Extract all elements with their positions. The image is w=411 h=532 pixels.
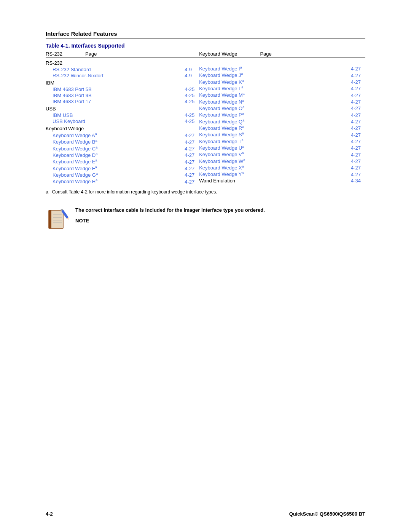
right-col-page-header: Page xyxy=(260,51,271,57)
table-row: Keyboard Wedge Xa 4-27 xyxy=(199,165,365,171)
row-label: IBM 4683 Port 9B xyxy=(53,93,182,98)
table-row: Keyboard Wedge Ua 4-27 xyxy=(199,145,365,151)
row-label: Keyboard Wedge Ca xyxy=(53,145,182,152)
row-label: Keyboard Wedge Ua xyxy=(199,145,348,151)
row-page: 4-25 xyxy=(185,93,199,98)
row-page: 4-27 xyxy=(185,133,199,138)
row-label: Keyboard Wedge Sa xyxy=(199,131,348,137)
table-row: Keyboard Wedge Ja 4-27 xyxy=(199,72,365,78)
table-row: USB Keyboard 4-25 xyxy=(46,118,199,124)
row-page: 4-27 xyxy=(185,172,199,178)
row-label: IBM 4683 Port 5B xyxy=(53,86,182,92)
right-col-header-label: Keyboard Wedge xyxy=(199,51,237,57)
row-label: Keyboard Wedge Ba xyxy=(53,139,182,145)
table-row: Keyboard Wedge Ya 4-27 xyxy=(199,171,365,177)
table-row: Keyboard Wedge Sa 4-27 xyxy=(199,131,365,137)
row-label: Keyboard Wedge Ga xyxy=(53,172,182,178)
group-header-rs232: RS-232 xyxy=(46,60,199,66)
group-header-kw: Keyboard Wedge xyxy=(46,126,199,131)
row-page: 4-27 xyxy=(351,99,365,105)
row-label: Keyboard Wedge Ia xyxy=(199,66,348,72)
row-page: 4-27 xyxy=(185,159,199,165)
table-row: RS-232 Standard 4-9 xyxy=(46,67,199,72)
right-col-header-area: Keyboard Wedge Page xyxy=(199,51,365,57)
footer-product-name: QuickScan® QS6500/QS6500 BT xyxy=(289,511,365,517)
column-headers: RS-232 Page Keyboard Wedge Page xyxy=(46,51,365,58)
row-label: Keyboard Wedge Xa xyxy=(199,165,348,171)
row-page: 4-27 xyxy=(185,146,199,152)
row-label: RS-232 Wincor-Nixdorf xyxy=(53,73,182,78)
row-page: 4-27 xyxy=(185,166,199,171)
left-col-header-area: RS-232 Page xyxy=(46,51,199,57)
table-row: Keyboard Wedge Wa 4-27 xyxy=(199,158,365,164)
row-page: 4-27 xyxy=(351,172,365,177)
footnote-text: a. Consult Table 4-2 for more informatio… xyxy=(46,189,365,195)
row-page: 4-27 xyxy=(351,86,365,91)
row-page: 4-27 xyxy=(351,119,365,125)
footnote-section: a. Consult Table 4-2 for more informatio… xyxy=(46,189,365,195)
table-row: Keyboard Wedge Aa 4-27 xyxy=(46,132,199,138)
row-page: 4-25 xyxy=(185,118,199,124)
table-row: Keyboard Wedge Ka 4-27 xyxy=(199,79,365,85)
footer: 4-2 QuickScan® QS6500/QS6500 BT xyxy=(0,507,411,517)
row-page: 4-27 xyxy=(351,112,365,118)
row-label: Keyboard Wedge Aa xyxy=(53,132,182,138)
left-col-header-label: RS-232 xyxy=(46,51,62,57)
row-label: IBM USB xyxy=(53,112,182,118)
note-box: The correct interface cable is included … xyxy=(46,206,365,231)
row-label: Keyboard Wedge Ma xyxy=(199,92,348,98)
row-page: 4-25 xyxy=(185,112,199,118)
row-label: Keyboard Wedge Qa xyxy=(199,118,348,125)
row-label: USB Keyboard xyxy=(53,118,182,124)
row-page: 4-27 xyxy=(185,179,199,185)
row-page: 4-27 xyxy=(185,152,199,158)
group-header-ibm: IBM xyxy=(46,80,199,86)
row-label: IBM 4683 Port 17 xyxy=(53,99,182,104)
row-label: Keyboard Wedge Ha xyxy=(53,178,182,184)
row-label: Keyboard Wedge Ra xyxy=(199,125,348,131)
note-icon xyxy=(46,206,68,231)
row-label: Keyboard Wedge Ya xyxy=(199,171,348,177)
row-page: 4-27 xyxy=(351,152,365,158)
table-row: IBM 4683 Port 9B 4-25 xyxy=(46,93,199,98)
wand-page: 4-34 xyxy=(351,178,365,184)
row-label: Keyboard Wedge Pa xyxy=(199,112,348,118)
table-row: IBM 4683 Port 5B 4-25 xyxy=(46,86,199,92)
table-row: Keyboard Wedge Na 4-27 xyxy=(199,99,365,105)
table-row: Keyboard Wedge Fa 4-27 xyxy=(46,165,199,171)
row-page: 4-27 xyxy=(351,93,365,98)
left-col-page-header: Page xyxy=(85,51,97,57)
table-row: IBM USB 4-25 xyxy=(46,112,199,118)
row-page: 4-9 xyxy=(185,67,199,72)
row-label: Keyboard Wedge Ta xyxy=(199,138,348,144)
row-page: 4-27 xyxy=(351,105,365,111)
row-page: 4-27 xyxy=(351,165,365,171)
row-label: Keyboard Wedge Ka xyxy=(199,79,348,85)
table-row: Keyboard Wedge Ma 4-27 xyxy=(199,92,365,98)
note-text: The correct interface cable is included … xyxy=(75,206,265,214)
wand-row: Wand Emulation 4-34 xyxy=(199,178,365,184)
row-label: Keyboard Wedge Oa xyxy=(199,105,348,111)
row-label: Keyboard Wedge Na xyxy=(199,99,348,105)
table-row: Keyboard Wedge Ia 4-27 xyxy=(199,66,365,72)
row-page: 4-9 xyxy=(185,73,199,78)
row-page: 4-27 xyxy=(351,73,365,78)
right-column: Keyboard Wedge Ia 4-27 Keyboard Wedge Ja… xyxy=(199,59,365,184)
table-row: Keyboard Wedge Pa 4-27 xyxy=(199,112,365,118)
table-row: Keyboard Wedge Da 4-27 xyxy=(46,152,199,158)
svg-rect-1 xyxy=(49,210,51,228)
row-label: Keyboard Wedge Ea xyxy=(53,158,182,165)
table-row: Keyboard Wedge Ea 4-27 xyxy=(46,158,199,165)
table-row: Keyboard Wedge Oa 4-27 xyxy=(199,105,365,111)
table-row: Keyboard Wedge Qa 4-27 xyxy=(199,118,365,125)
row-label: Keyboard Wedge La xyxy=(199,85,348,91)
table-body: RS-232 RS-232 Standard 4-9 RS-232 Wincor… xyxy=(46,59,365,185)
note-content: The correct interface cable is included … xyxy=(75,206,265,224)
table-row: Keyboard Wedge La 4-27 xyxy=(199,85,365,91)
row-page: 4-27 xyxy=(185,139,199,145)
table-title: Table 4-1. Interfaces Supported xyxy=(46,43,365,49)
table-row: Keyboard Wedge Ra 4-27 xyxy=(199,125,365,131)
table-container: Table 4-1. Interfaces Supported RS-232 P… xyxy=(46,43,365,195)
section-title: Interface Related Features xyxy=(46,30,365,39)
row-label: Keyboard Wedge Fa xyxy=(53,165,182,171)
